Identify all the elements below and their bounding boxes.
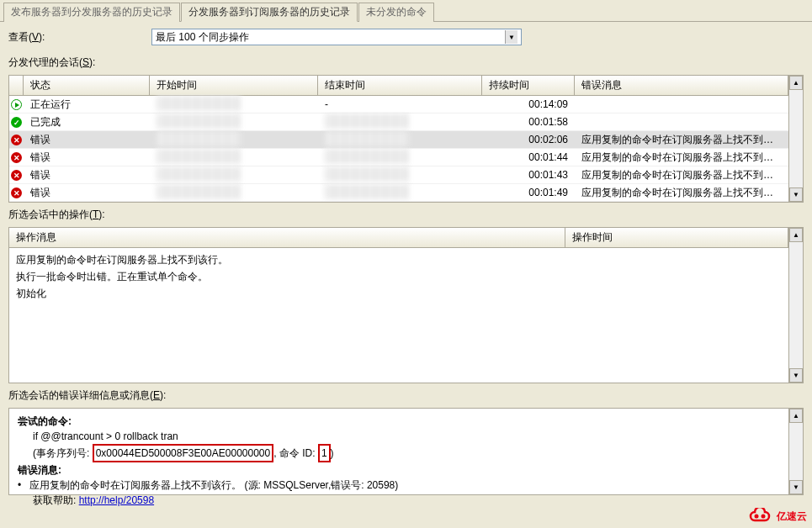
- list-item[interactable]: 初始化: [16, 285, 782, 302]
- duration-cell: 00:14:09: [482, 97, 575, 112]
- sessions-body: 正在运行-00:14:09已完成00:01:58错误00:02:06应用复制的命…: [9, 96, 788, 202]
- col-duration[interactable]: 持续时间: [482, 76, 575, 95]
- state-cell: 错误: [24, 149, 150, 166]
- sessions-table: 状态 开始时间 结束时间 持续时间 错误消息 正在运行-00:14:09已完成0…: [8, 75, 804, 203]
- scroll-down-icon[interactable]: ▼: [789, 480, 803, 494]
- done-icon: [11, 117, 22, 128]
- view-label: 查看(V):: [8, 30, 151, 45]
- list-item[interactable]: 应用复制的命令时在订阅服务器上找不到该行。: [16, 251, 782, 268]
- logo: 亿速云: [748, 508, 807, 525]
- state-cell: 正在运行: [24, 96, 150, 114]
- cmd-line: if @@trancount > 0 rollback tran: [18, 429, 780, 444]
- duration-cell: 00:01:43: [482, 167, 575, 182]
- state-cell: 已完成: [24, 114, 150, 131]
- ops-body: 应用复制的命令时在订阅服务器上找不到该行。执行一批命令时出错。正在重试单个命令。…: [9, 248, 788, 305]
- duration-cell: 00:01:49: [482, 185, 575, 200]
- tab-distributor-history[interactable]: 分发服务器到订阅服务器的历史记录: [181, 3, 358, 22]
- cloud-icon: [748, 508, 773, 525]
- scroll-track[interactable]: [789, 90, 803, 187]
- end-cell: [318, 182, 482, 203]
- error-title: 错误消息:: [18, 462, 780, 478]
- list-item[interactable]: 执行一批命令时出错。正在重试单个命令。: [16, 268, 782, 285]
- sessions-label: 分发代理的会话(S):: [0, 52, 812, 73]
- attempt-title: 尝试的命令:: [18, 414, 780, 429]
- view-selected-value: 最后 100 个同步操作: [156, 30, 249, 45]
- scrollbar[interactable]: ▲ ▼: [788, 409, 803, 494]
- tab-undistributed[interactable]: 未分发的命令: [358, 3, 434, 22]
- scrollbar[interactable]: ▲ ▼: [788, 228, 803, 383]
- error-cell: 应用复制的命令时在订阅服务器上找不到…: [575, 131, 788, 149]
- col-error[interactable]: 错误消息: [575, 76, 788, 95]
- col-op-msg[interactable]: 操作消息: [9, 228, 565, 247]
- duration-cell: 00:01:44: [482, 150, 575, 165]
- end-cell: -: [318, 97, 482, 112]
- seq-line: (事务序列号: 0x00044ED500008F3E00AE00000000, …: [18, 444, 780, 462]
- seq-value-highlight: 0x00044ED500008F3E00AE00000000: [93, 444, 274, 462]
- scroll-up-icon[interactable]: ▲: [789, 409, 803, 423]
- scroll-up-icon[interactable]: ▲: [789, 228, 803, 242]
- svg-point-1: [762, 515, 766, 519]
- detail-body: 尝试的命令: if @@trancount > 0 rollback tran …: [9, 409, 788, 494]
- svg-point-0: [755, 515, 759, 519]
- sessions-header: 状态 开始时间 结束时间 持续时间 错误消息: [9, 76, 788, 96]
- tab-bar: 发布服务器到分发服务器的历史记录 分发服务器到订阅服务器的历史记录 未分发的命令: [0, 0, 812, 22]
- state-cell: 错误: [24, 184, 150, 202]
- table-row[interactable]: 错误00:01:49应用复制的命令时在订阅服务器上找不到…: [9, 184, 788, 202]
- view-row: 查看(V): 最后 100 个同步操作 ▼: [0, 22, 812, 52]
- scroll-up-icon[interactable]: ▲: [789, 76, 803, 90]
- duration-cell: 00:01:58: [482, 114, 575, 129]
- ops-label: 所选会话中的操作(T):: [0, 204, 812, 225]
- error-cell: 应用复制的命令时在订阅服务器上找不到…: [575, 149, 788, 166]
- detail-label: 所选会话的错误详细信息或消息(E):: [0, 385, 812, 406]
- help-line: 获取帮助: http://help/20598: [18, 493, 780, 508]
- logo-text: 亿速云: [777, 510, 807, 524]
- tab-publisher-history[interactable]: 发布服务器到分发服务器的历史记录: [3, 3, 180, 22]
- col-end[interactable]: 结束时间: [318, 76, 482, 95]
- scroll-down-icon[interactable]: ▼: [789, 187, 803, 202]
- detail-panel: 尝试的命令: if @@trancount > 0 rollback tran …: [8, 408, 804, 495]
- ops-table: 操作消息 操作时间 应用复制的命令时在订阅服务器上找不到该行。执行一批命令时出错…: [8, 227, 804, 383]
- error-cell: 应用复制的命令时在订阅服务器上找不到…: [575, 166, 788, 184]
- col-op-time[interactable]: 操作时间: [565, 228, 788, 247]
- error-icon: [11, 152, 22, 163]
- scrollbar[interactable]: ▲ ▼: [788, 76, 803, 202]
- col-state[interactable]: 状态: [24, 76, 150, 95]
- chevron-down-icon: ▼: [505, 30, 517, 44]
- error-cell: 应用复制的命令时在订阅服务器上找不到…: [575, 184, 788, 202]
- cmd-id-highlight: 1: [318, 444, 331, 462]
- error-icon: [11, 187, 22, 198]
- help-link[interactable]: http://help/20598: [79, 494, 154, 506]
- col-start[interactable]: 开始时间: [150, 76, 318, 95]
- scroll-track[interactable]: [789, 242, 803, 368]
- error-cell: [575, 120, 788, 124]
- state-cell: 错误: [24, 166, 150, 184]
- state-cell: 错误: [24, 131, 150, 149]
- view-dropdown[interactable]: 最后 100 个同步操作 ▼: [151, 29, 522, 45]
- error-icon: [11, 170, 22, 181]
- ops-header: 操作消息 操作时间: [9, 228, 788, 248]
- duration-cell: 00:02:06: [482, 132, 575, 147]
- running-icon: [11, 99, 22, 110]
- error-icon: [11, 135, 22, 145]
- scroll-track[interactable]: [789, 423, 803, 480]
- scroll-down-icon[interactable]: ▼: [789, 368, 803, 383]
- error-bullet: • 应用复制的命令时在订阅服务器上找不到该行。 (源: MSSQLServer,…: [18, 478, 780, 493]
- error-cell: [575, 103, 788, 106]
- start-cell: [150, 182, 318, 203]
